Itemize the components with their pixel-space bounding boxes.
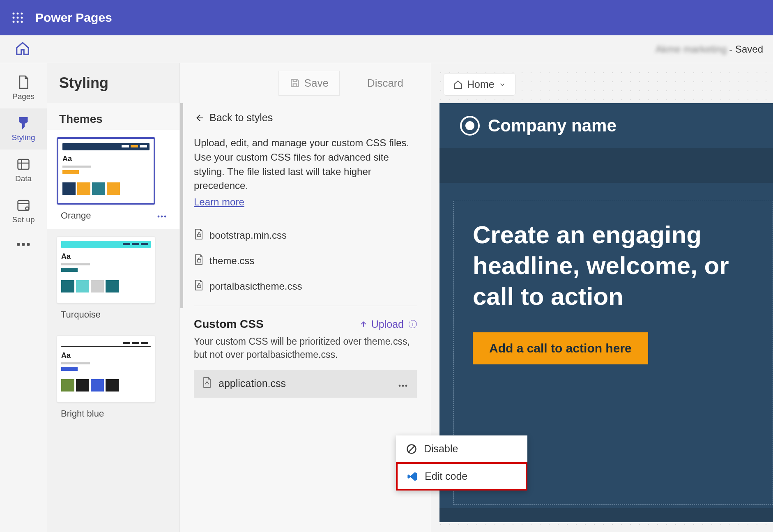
save-button[interactable]: Save (278, 71, 340, 96)
svg-point-12 (17, 243, 20, 246)
upload-button[interactable]: Upload i (359, 318, 417, 330)
svg-point-15 (158, 216, 160, 218)
nav-setup[interactable]: Set up (0, 191, 47, 232)
custom-css-heading: Custom CSS (194, 318, 264, 331)
menu-disable[interactable]: Disable (396, 435, 527, 462)
svg-point-22 (402, 385, 404, 387)
hero-headline: Create an engaging headline, welcome, or… (473, 219, 736, 312)
theme-name: Turquoise (61, 309, 101, 320)
system-file-row: portalbasictheme.css (194, 274, 417, 299)
theme-name: Orange (61, 210, 91, 221)
css-file-icon (202, 377, 212, 391)
svg-point-0 (13, 13, 15, 15)
svg-point-23 (405, 385, 407, 387)
nav-label: Pages (12, 92, 35, 101)
nav-label: Styling (12, 133, 35, 142)
hero-cta-button[interactable]: Add a call to action here (473, 332, 648, 364)
svg-point-11 (25, 207, 29, 210)
discard-label: Discard (367, 77, 403, 90)
svg-point-8 (21, 21, 23, 23)
svg-point-2 (21, 13, 23, 15)
styling-title: Styling (59, 74, 108, 92)
svg-rect-10 (18, 200, 29, 210)
crumb-label: Home (467, 78, 495, 90)
menu-edit-code[interactable]: Edit code (396, 462, 527, 491)
svg-point-5 (21, 17, 23, 19)
lock-file-icon (194, 254, 204, 268)
menu-label: Disable (424, 443, 458, 455)
theme-more-icon[interactable] (156, 212, 167, 219)
chevron-down-icon (499, 81, 506, 88)
svg-rect-18 (198, 234, 201, 237)
logo-icon (460, 116, 480, 136)
system-file-row: theme.css (194, 248, 417, 274)
file-name: portalbasictheme.css (209, 281, 302, 292)
learn-more-link[interactable]: Learn more (194, 196, 244, 208)
theme-card-orange[interactable]: Aa Orange (47, 130, 179, 229)
site-name: Akme marketing (656, 44, 727, 55)
themes-panel: Styling Themes Aa (47, 63, 180, 532)
back-label: Back to styles (209, 112, 273, 124)
svg-point-3 (13, 17, 15, 19)
back-to-styles[interactable]: Back to styles (194, 112, 417, 124)
home-icon[interactable] (15, 41, 30, 58)
svg-point-13 (22, 243, 25, 246)
menu-label: Edit code (425, 470, 467, 482)
nav-data[interactable]: Data (0, 150, 47, 191)
lock-file-icon (194, 228, 204, 242)
nav-more[interactable] (0, 232, 47, 260)
css-description: Upload, edit, and manage your custom CSS… (194, 136, 417, 193)
svg-rect-20 (198, 285, 201, 288)
nav-label: Data (15, 174, 32, 183)
global-header: Power Pages (0, 0, 773, 35)
scrollbar[interactable] (180, 103, 183, 308)
save-status: - Saved (729, 44, 763, 55)
css-panel: Save Discard Back to styles Upload, edit… (180, 63, 431, 532)
file-name: bootstrap.min.css (209, 230, 287, 241)
svg-point-21 (399, 385, 401, 387)
theme-name: Bright blue (61, 408, 104, 419)
theme-card-bright-blue[interactable]: Aa Bright blue (47, 328, 179, 427)
disable-icon (406, 443, 417, 455)
vscode-icon (407, 471, 418, 482)
svg-point-1 (17, 13, 19, 15)
theme-thumbnail: Aa (57, 335, 155, 403)
custom-css-note: Your custom CSS will be prioritized over… (194, 335, 417, 361)
upload-label: Upload (371, 318, 404, 330)
nav-label: Set up (12, 215, 35, 224)
nav-styling[interactable]: Styling (0, 108, 47, 150)
custom-file-row[interactable]: application.css (194, 370, 417, 398)
svg-point-4 (17, 17, 19, 19)
theme-card-turquoise[interactable]: Aa Turquoise (47, 229, 179, 328)
file-name: application.css (219, 378, 286, 389)
theme-thumbnail: Aa (57, 137, 155, 205)
themes-heading: Themes (47, 103, 179, 130)
system-file-row: bootstrap.min.css (194, 223, 417, 248)
waffle-icon[interactable] (0, 12, 35, 24)
app-title: Power Pages (35, 11, 112, 25)
file-more-icon[interactable] (397, 378, 409, 389)
save-label: Save (304, 77, 329, 90)
svg-rect-19 (198, 260, 201, 262)
svg-point-7 (17, 21, 19, 23)
info-icon[interactable]: i (409, 320, 417, 328)
discard-button[interactable]: Discard (356, 71, 414, 96)
file-name: theme.css (209, 255, 254, 267)
context-menu: Disable Edit code (396, 435, 527, 491)
svg-point-17 (164, 216, 166, 218)
svg-rect-9 (18, 159, 29, 169)
svg-point-14 (27, 243, 30, 246)
page-toolbar: Akme marketing - Saved (0, 35, 773, 63)
nav-pages[interactable]: Pages (0, 67, 47, 108)
breadcrumb-home[interactable]: Home (444, 73, 515, 96)
lock-file-icon (194, 279, 204, 293)
company-name: Company name (488, 116, 617, 136)
svg-point-16 (161, 216, 163, 218)
theme-thumbnail: Aa (57, 236, 155, 304)
svg-point-6 (13, 21, 15, 23)
left-rail: Pages Styling Data Set up (0, 63, 47, 532)
